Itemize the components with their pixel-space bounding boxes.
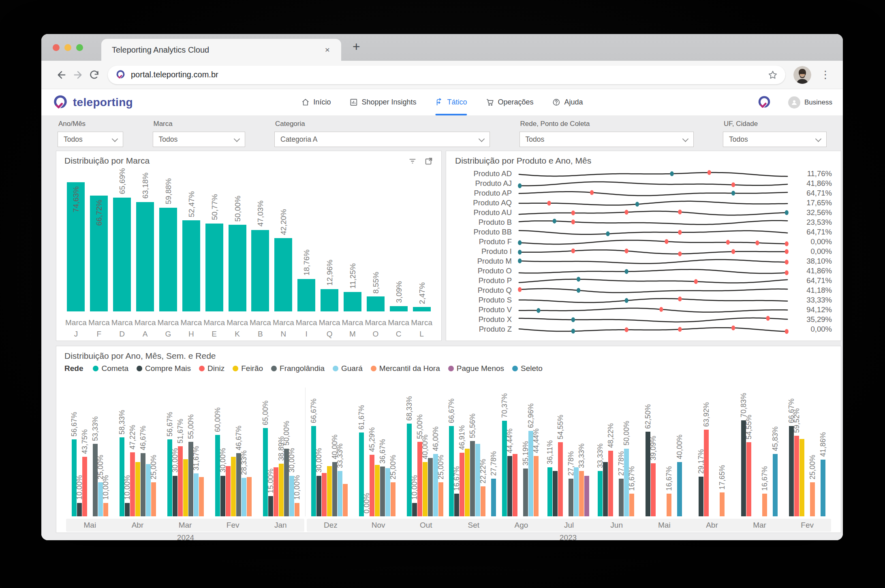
browser-menu-icon[interactable]: ⋮: [820, 68, 831, 81]
bookmark-star-icon[interactable]: [767, 70, 778, 80]
bar-diniz[interactable]: [178, 446, 183, 516]
nav-item-operacoes[interactable]: Operações: [486, 89, 534, 115]
bar-seleto[interactable]: [773, 454, 778, 516]
bar-mercantil-da-hora[interactable]: [629, 494, 634, 516]
filter-select-3[interactable]: Todos: [519, 132, 694, 147]
bar-feirão[interactable]: [375, 465, 380, 516]
bar-compre-mais[interactable]: [789, 426, 794, 516]
nav-item-ajuda[interactable]: Ajuda: [552, 89, 583, 115]
bar-mercantil-da-hora[interactable]: [762, 494, 767, 516]
bar-diniz[interactable]: [513, 454, 517, 516]
bar-diniz[interactable]: [460, 453, 464, 516]
bar-diniz[interactable]: [704, 430, 709, 516]
bar-compre-mais[interactable]: [77, 503, 82, 517]
bar-marca-h[interactable]: [182, 220, 200, 311]
bar-mercantil-da-hora[interactable]: [667, 494, 671, 516]
bar-frangolândia[interactable]: [523, 469, 528, 516]
close-window-button[interactable]: [53, 44, 60, 51]
bar-marca-d[interactable]: [113, 198, 131, 311]
url-bar[interactable]: portal.teleporting.com.br: [108, 66, 785, 84]
legend-item-compre-mais[interactable]: Compre Mais: [137, 364, 191, 373]
bar-cometa[interactable]: [407, 424, 412, 516]
bar-marca-a[interactable]: [136, 202, 154, 311]
teleporting-pin-icon[interactable]: [757, 95, 772, 110]
bar-feirão[interactable]: [135, 462, 140, 516]
bar-feirão[interactable]: [423, 462, 428, 516]
bar-frangolândia[interactable]: [332, 462, 337, 516]
bar-feirão[interactable]: [799, 439, 804, 516]
bar-diniz[interactable]: [322, 473, 327, 516]
focus-mode-icon[interactable]: [424, 157, 433, 166]
bar-seleto[interactable]: [821, 460, 825, 516]
filter-select-0[interactable]: Todos: [58, 132, 123, 147]
bar-compre-mais[interactable]: [220, 476, 225, 517]
bar-compre-mais[interactable]: [603, 462, 608, 516]
nav-item-insights[interactable]: Shopper Insights: [349, 89, 416, 115]
bar-compre-mais[interactable]: [699, 477, 703, 516]
bar-frangolândia[interactable]: [470, 441, 475, 516]
bar-seleto[interactable]: [491, 479, 496, 516]
bar-feirão[interactable]: [279, 464, 284, 516]
bar-frangolândia[interactable]: [380, 467, 385, 516]
zoom-window-button[interactable]: [76, 44, 83, 51]
business-account-chip[interactable]: Business: [788, 96, 832, 109]
bar-marca-o[interactable]: [367, 296, 385, 311]
bar-diniz[interactable]: [651, 463, 656, 516]
bar-mercantil-da-hora[interactable]: [199, 477, 204, 516]
bar-mercantil-da-hora[interactable]: [534, 456, 539, 516]
bar-compre-mais[interactable]: [412, 503, 417, 517]
bar-diniz[interactable]: [82, 457, 87, 516]
bar-compre-mais[interactable]: [507, 456, 512, 516]
bar-compre-mais[interactable]: [316, 476, 321, 517]
bar-mercantil-da-hora[interactable]: [810, 482, 815, 516]
bar-marca-q[interactable]: [321, 289, 338, 311]
new-tab-button[interactable]: +: [353, 39, 360, 54]
bar-compre-mais[interactable]: [454, 494, 459, 516]
bar-mercantil-da-hora[interactable]: [103, 503, 108, 517]
filter-icon[interactable]: [408, 157, 417, 166]
bar-compre-mais[interactable]: [173, 476, 177, 517]
filter-select-1[interactable]: Todos: [153, 132, 245, 147]
legend-item-mercantil-da-hora[interactable]: Mercantil da Hora: [371, 364, 440, 373]
filter-select-2[interactable]: Categoria A: [274, 132, 490, 147]
bar-frangolândia[interactable]: [141, 453, 145, 516]
bar-mercantil-da-hora[interactable]: [391, 482, 395, 516]
bar-feirão[interactable]: [231, 457, 236, 516]
bar-guará[interactable]: [242, 478, 246, 516]
bar-mercantil-da-hora[interactable]: [343, 484, 348, 516]
bar-marca-n[interactable]: [274, 238, 292, 311]
bar-marca-g[interactable]: [159, 208, 177, 311]
bar-diniz[interactable]: [370, 455, 374, 516]
legend-item-cometa[interactable]: Cometa: [93, 364, 128, 373]
bar-marca-c[interactable]: [390, 306, 408, 311]
bar-marca-e[interactable]: [205, 224, 223, 311]
bar-mercantil-da-hora[interactable]: [438, 482, 443, 516]
bar-diniz[interactable]: [558, 442, 563, 516]
bar-marca-i[interactable]: [297, 279, 315, 311]
legend-item-frangolândia[interactable]: Frangolândia: [271, 364, 325, 373]
legend-item-diniz[interactable]: Diniz: [199, 364, 224, 373]
nav-item-inicio[interactable]: Início: [301, 89, 331, 115]
back-button[interactable]: [53, 67, 70, 83]
bar-diniz[interactable]: [608, 451, 613, 516]
bar-cometa[interactable]: [547, 467, 552, 516]
bar-mercantil-da-hora[interactable]: [481, 486, 485, 516]
bar-marca-m[interactable]: [344, 292, 361, 311]
legend-item-pague-menos[interactable]: Pague Menos: [448, 364, 504, 373]
reload-button[interactable]: [86, 67, 102, 83]
bar-mercantil-da-hora[interactable]: [247, 477, 252, 516]
bar-diniz[interactable]: [794, 436, 799, 516]
bar-guará[interactable]: [338, 471, 342, 516]
bar-diniz[interactable]: [226, 466, 231, 516]
legend-item-seleto[interactable]: Seleto: [512, 364, 543, 373]
bar-frangolândia[interactable]: [569, 479, 573, 516]
filter-select-4[interactable]: Todos: [723, 132, 827, 147]
bar-frangolândia[interactable]: [428, 458, 433, 516]
bar-mercantil-da-hora[interactable]: [579, 471, 584, 516]
bar-guará[interactable]: [194, 473, 199, 516]
minimize-window-button[interactable]: [64, 44, 71, 51]
teleporting-logo[interactable]: teleporting: [52, 94, 133, 111]
bar-compre-mais[interactable]: [125, 503, 130, 517]
bar-marca-l[interactable]: [413, 307, 431, 311]
bar-marca-k[interactable]: [229, 225, 246, 311]
